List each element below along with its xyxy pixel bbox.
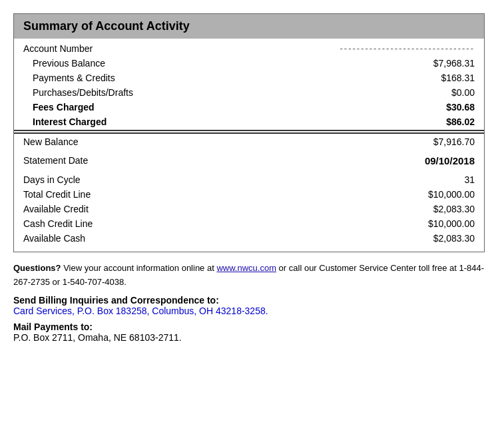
total-credit-line-row: Total Credit Line $10,000.00 [14,187,484,202]
payments-credits-value: $168.31 [395,73,475,83]
available-credit-value: $2,083.30 [395,204,475,214]
new-balance-label: New Balance [23,136,395,147]
payments-credits-row: Payments & Credits $168.31 [14,71,484,85]
available-credit-label: Available Credit [23,204,395,214]
statement-date-value: 09/10/2018 [395,155,475,166]
available-cash-row: Available Cash $2,083.30 [14,231,484,249]
statement-date-row: Statement Date 09/10/2018 [14,153,484,168]
summary-box: Summary of Account Activity Account Numb… [13,13,485,252]
cash-credit-line-value: $10,000.00 [395,218,475,229]
previous-balance-value: $7,968.31 [395,58,475,69]
summary-title: Summary of Account Activity [14,14,484,39]
days-in-cycle-label: Days in Cycle [23,174,395,185]
interest-row: Interest Charged $86.02 [14,114,484,131]
questions-bold: Questions? [13,263,61,273]
fees-row: Fees Charged $30.68 [14,100,484,114]
available-cash-value: $2,083.30 [395,233,475,244]
mail-section: Mail Payments to: P.O. Box 2711, Omaha, … [13,322,485,343]
purchases-value: $0.00 [395,87,475,98]
fees-value: $30.68 [395,102,475,112]
summary-body: Account Number -------------------------… [14,39,484,252]
mail-bold: Mail Payments to: [13,322,485,332]
purchases-row: Purchases/Debits/Drafts $0.00 [14,85,484,100]
available-cash-label: Available Cash [23,233,395,244]
account-number-value: -------------------------------- [340,43,475,54]
purchases-label: Purchases/Debits/Drafts [23,87,395,98]
payments-credits-label: Payments & Credits [23,73,395,83]
billing-section: Send Billing Inquiries and Correspondenc… [13,295,485,316]
previous-balance-row: Previous Balance $7,968.31 [14,56,484,71]
total-credit-line-label: Total Credit Line [23,189,395,200]
total-credit-line-value: $10,000.00 [395,189,475,200]
title-text: Summary of Account Activity [23,19,190,33]
days-in-cycle-row: Days in Cycle 31 [14,172,484,187]
account-number-row: Account Number -------------------------… [14,41,484,56]
questions-text: View your account information online at [61,263,217,273]
previous-balance-label: Previous Balance [23,58,395,69]
interest-value: $86.02 [395,116,475,127]
cash-credit-line-row: Cash Credit Line $10,000.00 [14,216,484,231]
questions-link[interactable]: www.nwcu.com [216,263,276,273]
fees-label: Fees Charged [23,102,395,112]
billing-bold: Send Billing Inquiries and Correspondenc… [13,295,485,306]
questions-section: Questions? View your account information… [13,262,485,290]
available-credit-row: Available Credit $2,083.30 [14,202,484,216]
account-number-label: Account Number [23,43,340,54]
mail-text: P.O. Box 2711, Omaha, NE 68103-2711. [13,332,485,343]
new-balance-value: $7,916.70 [395,136,475,147]
days-in-cycle-value: 31 [395,174,475,185]
new-balance-row: New Balance $7,916.70 [14,132,484,149]
interest-label: Interest Charged [23,116,395,127]
billing-text: Card Services, P.O. Box 183258, Columbus… [13,306,485,316]
cash-credit-line-label: Cash Credit Line [23,218,395,229]
statement-date-label: Statement Date [23,155,395,166]
